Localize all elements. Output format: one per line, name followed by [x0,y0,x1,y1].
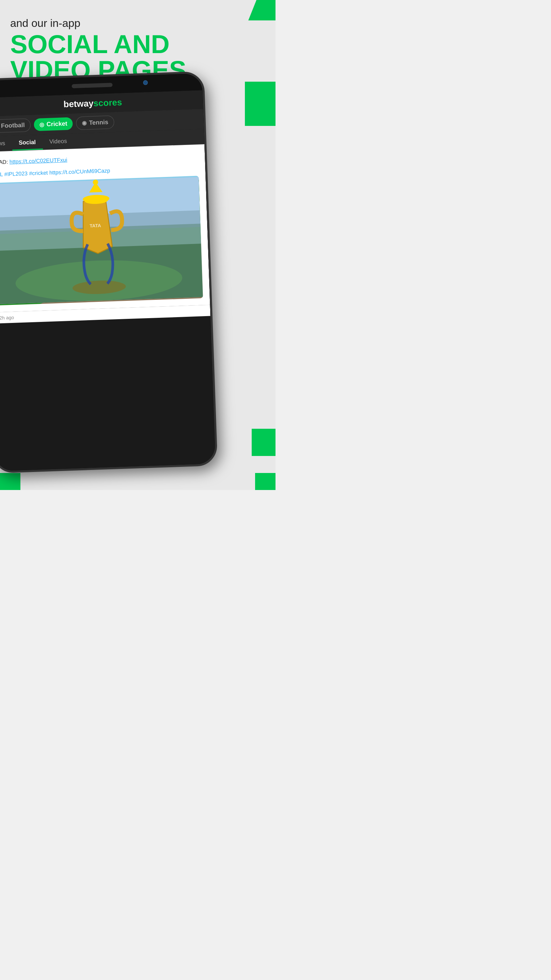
tennis-label: Tennis [89,119,108,127]
social-label: Social [19,139,36,146]
phone-shell: betway scores ⊞ Football ◎ Cricket ◉ Ten… [0,71,218,473]
tab-social[interactable]: Social [11,135,43,151]
read-label: READ: [0,159,10,165]
phone-screen: betway scores ⊞ Football ◎ Cricket ◉ Ten… [0,90,216,471]
sport-tab-tennis[interactable]: ◉ Tennis [76,115,114,130]
green-rect-right-bottom [252,429,275,456]
videos-label: Videos [49,138,67,145]
green-corner-bottom-right [255,473,275,490]
subtitle: and our in-app [10,17,241,30]
tweet-link-2[interactable]: https://t.co/CUnM69Cazp [49,168,110,176]
app-logo: betway scores [63,97,122,110]
cricket-icon: ◎ [39,121,44,127]
camera [143,80,148,85]
feed-area: READ: https://t.co/C02EUTFxui #IPL #IPL2… [0,144,210,312]
green-rect-right [245,82,275,126]
cricket-label: Cricket [46,120,67,128]
tweet-link-1[interactable]: https://t.co/C02EUTFxui [10,157,67,165]
tennis-icon: ◉ [82,120,87,126]
sport-tab-cricket[interactable]: ◎ Cricket [34,117,73,131]
phone-mockup: betway scores ⊞ Football ◎ Cricket ◉ Ten… [0,75,231,483]
stadium-svg: TATA [0,176,203,305]
svg-text:TATA: TATA [89,223,101,228]
speaker [72,83,113,88]
trophy-image: TATA [0,176,203,305]
logo-betway: betway [63,98,94,110]
tweet-hashtags: #IPL #IPL2023 #cricket https://t.co/CUnM… [0,165,198,178]
promo-text-area: and our in-app SOCIAL AND VIDEO PAGES [10,17,241,83]
football-label: Football [1,121,25,129]
tab-news[interactable]: News [0,136,12,152]
headline-line1: SOCIAL AND [10,31,241,57]
power-button [205,158,208,182]
hashtags: #IPL #IPL2023 #cricket [0,170,48,178]
news-label: News [0,140,5,147]
sport-tab-football[interactable]: ⊞ Football [0,118,30,133]
tab-videos[interactable]: Videos [42,134,74,150]
logo-scores: scores [93,97,122,108]
tweet-text: READ: https://t.co/C02EUTFxui [0,151,198,167]
